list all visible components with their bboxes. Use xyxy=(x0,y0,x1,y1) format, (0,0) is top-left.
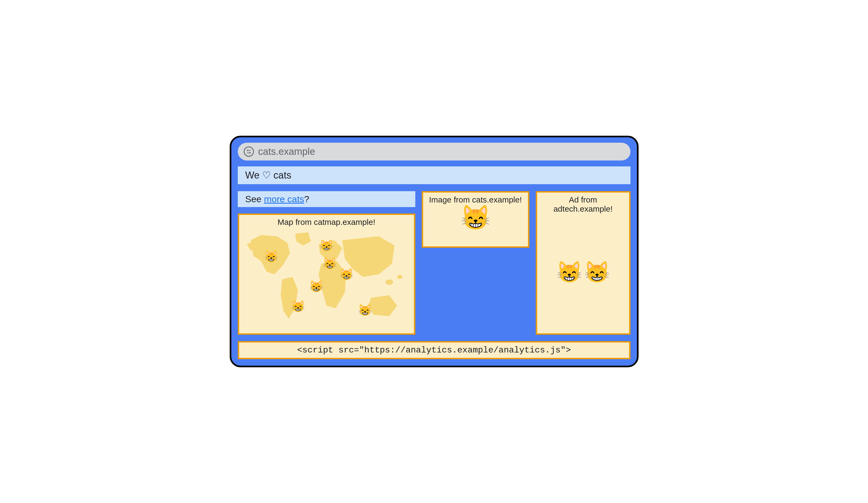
map-card: Map from catmap.example! xyxy=(238,213,415,335)
browser-window: cats.example We ♡ cats See more cats? Ma… xyxy=(230,136,639,367)
ad-cats: 😸 😸 xyxy=(556,213,610,331)
cat-face-icon: 😸 xyxy=(584,260,610,284)
site-settings-icon[interactable] xyxy=(244,147,254,157)
svg-point-3 xyxy=(249,152,250,153)
ad-card: Ad from adtech.example! 😸 😸 xyxy=(536,191,630,335)
cat-marker-icon: 😸 xyxy=(320,239,333,252)
cat-face-icon: 😸 xyxy=(556,260,582,284)
cat-marker-icon: 😸 xyxy=(264,250,278,263)
more-cats-link[interactable]: more cats xyxy=(264,194,304,204)
content-grid: See more cats? Map from catmap.example! xyxy=(238,191,630,335)
script-bar: <script src="https://analytics.example/a… xyxy=(238,341,630,359)
map-title: Map from catmap.example! xyxy=(243,218,410,227)
cat-face-icon: 😸 xyxy=(427,205,524,230)
image-card: Image from cats.example! 😸 xyxy=(422,191,529,248)
world-map: 😸😸😸😸😸😸😸 xyxy=(243,228,410,328)
address-bar[interactable]: cats.example xyxy=(238,143,630,161)
cat-marker-icon: 😸 xyxy=(323,256,337,270)
see-more-prefix: See xyxy=(245,194,264,204)
svg-point-7 xyxy=(397,275,402,279)
image-card-title: Image from cats.example! xyxy=(427,195,524,204)
see-more-bar: See more cats? xyxy=(238,191,415,207)
svg-point-6 xyxy=(385,280,393,285)
cat-marker-icon: 😸 xyxy=(340,268,353,281)
cat-marker-icon: 😸 xyxy=(358,303,372,317)
cat-marker-icon: 😸 xyxy=(291,300,305,313)
url-text[interactable]: cats.example xyxy=(258,146,315,157)
cat-marker-icon: 😸 xyxy=(309,280,323,293)
ad-card-title: Ad from adtech.example! xyxy=(541,195,626,213)
page-heading: We ♡ cats xyxy=(238,167,630,184)
svg-point-0 xyxy=(247,150,248,151)
see-more-suffix: ? xyxy=(304,194,309,204)
